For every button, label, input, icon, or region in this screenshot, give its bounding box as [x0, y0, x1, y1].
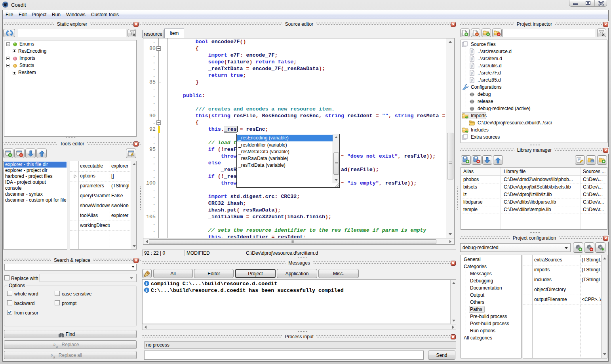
svg-text:a: a [53, 355, 55, 359]
svg-text:b: b [53, 343, 55, 347]
svg-text:a: a [56, 345, 58, 348]
svg-text:b: b [51, 354, 53, 357]
svg-text:i: i [146, 282, 147, 286]
svg-text:i: i [146, 288, 147, 293]
